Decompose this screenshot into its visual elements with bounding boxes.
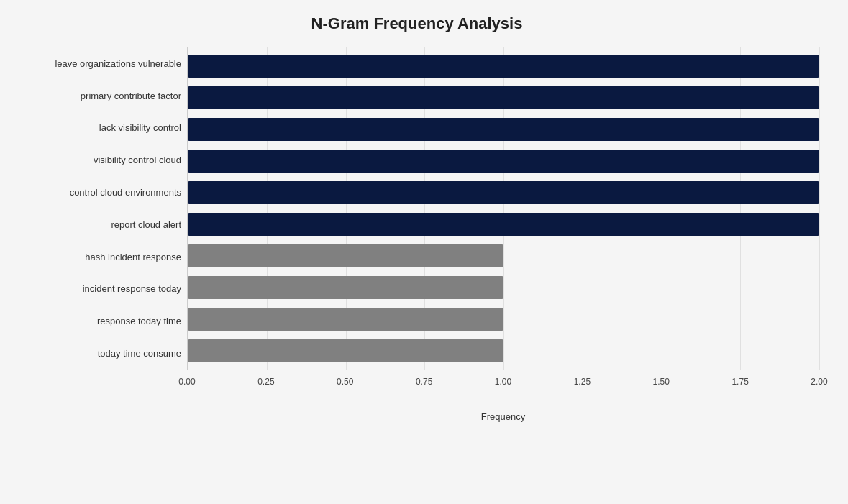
x-tick-4: 1.00 xyxy=(495,377,511,387)
y-label-9: today time consume xyxy=(14,337,181,370)
x-tick-2: 0.50 xyxy=(337,377,353,387)
x-tick-7: 1.75 xyxy=(731,377,748,387)
bar-9 xyxy=(188,339,503,362)
y-label-8: response today time xyxy=(14,305,181,337)
x-tick-0: 0.00 xyxy=(178,377,195,387)
bar-row-7 xyxy=(188,272,819,303)
y-label-5: report cloud alert xyxy=(14,209,181,241)
bar-row-0 xyxy=(188,50,819,82)
bar-3 xyxy=(188,150,819,173)
y-label-1: primary contribute factor xyxy=(14,80,181,112)
bar-row-9 xyxy=(188,335,819,367)
bar-row-4 xyxy=(188,177,819,209)
y-label-4: control cloud environments xyxy=(14,176,181,209)
bar-8 xyxy=(188,308,503,331)
bar-2 xyxy=(188,118,819,141)
bar-row-1 xyxy=(188,82,819,114)
y-label-0: leave organizations vulnerable xyxy=(14,47,181,80)
x-axis: 0.000.250.500.751.001.251.501.752.00 xyxy=(187,374,819,391)
bar-row-2 xyxy=(188,114,819,145)
bars-plot xyxy=(187,47,819,370)
x-tick-6: 1.50 xyxy=(653,377,670,387)
y-label-7: incident response today xyxy=(14,273,181,306)
chart-area: leave organizations vulnerableprimary co… xyxy=(14,47,819,422)
bar-7 xyxy=(188,276,503,299)
bar-row-8 xyxy=(188,303,819,335)
bar-row-6 xyxy=(188,240,819,272)
bar-0 xyxy=(188,55,819,78)
bar-rows xyxy=(188,47,819,370)
y-labels: leave organizations vulnerableprimary co… xyxy=(14,47,187,370)
y-label-3: visibility control cloud xyxy=(14,144,181,176)
x-tick-3: 0.75 xyxy=(416,377,432,387)
x-tick-8: 2.00 xyxy=(811,377,827,387)
x-tick-5: 1.25 xyxy=(574,377,591,387)
chart-container: N-Gram Frequency Analysis leave organiza… xyxy=(0,0,848,504)
bars-wrapper: leave organizations vulnerableprimary co… xyxy=(14,47,819,370)
bar-5 xyxy=(188,213,819,236)
x-tick-1: 0.25 xyxy=(257,377,274,387)
bar-4 xyxy=(188,181,819,204)
bar-row-5 xyxy=(188,209,819,240)
bar-6 xyxy=(188,244,503,267)
grid-line-8 xyxy=(819,47,820,370)
bar-1 xyxy=(188,86,819,109)
x-axis-label: Frequency xyxy=(187,411,819,422)
y-label-6: hash incident response xyxy=(14,241,181,273)
chart-title: N-Gram Frequency Analysis xyxy=(14,14,819,33)
y-label-2: lack visibility control xyxy=(14,112,181,145)
bar-row-3 xyxy=(188,145,819,177)
